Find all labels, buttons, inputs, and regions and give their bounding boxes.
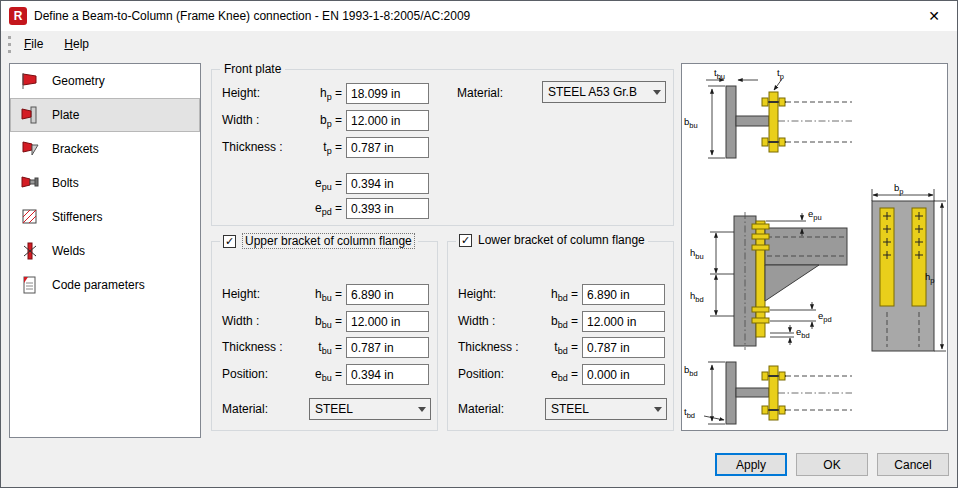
lower-bracket-height-row: Height: hbd = [448,284,673,305]
brackets-icon [20,139,40,159]
sidebar-item-plate[interactable]: Plate [10,98,200,132]
lower-bracket-material-select[interactable]: STEEL [545,398,667,420]
bolts-icon [20,173,40,193]
diagram-label-t-p: tp [777,67,784,81]
diagram-label-h-bd: hbd [690,290,704,304]
field-label: Thickness : [458,340,519,354]
front-plate-epu-row: epu = [212,173,673,194]
field-label: Height: [222,287,260,301]
field-symbol: ebd = [526,367,578,383]
upper-bracket-width-row: Width : bbu = [212,311,437,332]
front-plate-epd-row: epd = [212,198,673,219]
front-plate-group: Front plate Height: hp = Width : bp = Th… [211,69,674,226]
material-value: STEEL [546,402,649,416]
sidebar: Geometry Plate Brackets Bolts Stiffeners… [9,63,201,438]
lower-bracket-height-input[interactable] [582,284,665,305]
front-plate-width-input[interactable] [346,110,429,131]
sidebar-item-stiffeners[interactable]: Stiffeners [10,200,200,234]
lower-bracket-caption: ✓ Lower bracket of column flange [456,233,648,247]
upper-bracket-height-input[interactable] [346,284,429,305]
sidebar-item-code-parameters[interactable]: Code parameters [10,268,200,302]
diagram-label-b-bd: bbd [684,364,698,378]
plate-icon [20,105,40,125]
sidebar-item-label: Stiffeners [52,210,102,224]
lower-bracket-label[interactable]: Lower bracket of column flange [478,233,645,247]
diagram-label-t-bd: tbd [684,406,695,420]
sidebar-item-geometry[interactable]: Geometry [10,64,200,98]
welds-icon [20,241,40,261]
diagram-label-b-p: bp [894,182,903,196]
upper-bracket-width-input[interactable] [346,311,429,332]
sidebar-item-label: Code parameters [52,278,145,292]
diagram-label-e-pd: epd [818,310,832,324]
front-plate-width-row: Width : bp = [212,110,673,131]
lower-bracket-position-input[interactable] [582,364,665,385]
upper-bracket-caption: ✓ Upper bracket of column flange [220,233,418,249]
sidebar-item-label: Plate [52,108,79,122]
material-label: Material: [222,402,268,416]
titlebar: R Define a Beam-to-Column (Frame Knee) c… [1,1,957,31]
front-plate-epd-input[interactable] [346,198,429,219]
lower-bracket-width-input[interactable] [582,311,665,332]
field-symbol: bp = [290,113,342,129]
close-icon: ✕ [928,8,940,24]
menu-grip-icon [8,36,11,53]
ok-button[interactable]: OK [796,453,868,476]
diagram-label-e-pu: epu [808,208,822,222]
connection-diagram: tbu tp bbu [682,64,947,430]
sidebar-item-label: Welds [52,244,85,258]
stiffeners-icon [20,207,40,227]
upper-bracket-label[interactable]: Upper bracket of column flange [242,233,415,249]
menu-help[interactable]: Help [56,35,97,53]
menu-file[interactable]: File [16,35,51,53]
field-symbol: bbu = [290,314,342,330]
sidebar-item-welds[interactable]: Welds [10,234,200,268]
front-plate-thickness-input[interactable] [346,137,429,158]
upper-bracket-position-input[interactable] [346,364,429,385]
lower-bracket-thickness-row: Thickness : tbd = [448,337,673,358]
upper-bracket-material-select[interactable]: STEEL [309,398,431,420]
front-plate-epu-input[interactable] [346,173,429,194]
upper-bracket-thickness-row: Thickness : tbu = [212,337,437,358]
field-symbol: tp = [290,140,342,156]
sidebar-item-label: Brackets [52,142,99,156]
menubar: File Help [1,31,957,57]
field-label: Thickness : [222,340,283,354]
sidebar-item-label: Geometry [52,74,105,88]
front-plate-material-select[interactable]: STEEL A53 Gr.B [542,81,666,103]
apply-button[interactable]: Apply [715,453,787,476]
front-plate-group-label: Front plate [220,62,285,76]
field-label: Position: [458,367,504,381]
lower-bracket-width-row: Width : bbd = [448,311,673,332]
lower-bracket-thickness-input[interactable] [582,337,665,358]
field-symbol: epu = [290,176,342,192]
field-label: Height: [458,287,496,301]
bottom-view: bbd tbd [684,362,852,424]
lower-bracket-position-row: Position: ebd = [448,364,673,385]
dropdown-arrow-icon [648,82,665,102]
field-symbol: hbd = [526,287,578,303]
sidebar-item-label: Bolts [52,176,79,190]
diagram-label-t-bu: tbu [714,67,725,81]
upper-bracket-height-row: Height: hbu = [212,284,437,305]
sidebar-item-brackets[interactable]: Brackets [10,132,200,166]
field-symbol: ebu = [290,367,342,383]
upper-bracket-thickness-input[interactable] [346,337,429,358]
front-view: bp hp [872,182,946,351]
upper-bracket-checkbox[interactable]: ✓ [223,235,236,248]
material-label: Material: [458,402,504,416]
close-button[interactable]: ✕ [911,1,957,31]
field-symbol: hp = [290,86,342,102]
front-plate-height-input[interactable] [346,83,429,104]
sidebar-item-bolts[interactable]: Bolts [10,166,200,200]
field-label: Thickness : [222,140,283,154]
lower-bracket-checkbox[interactable]: ✓ [459,234,472,247]
field-label: Width : [458,314,495,328]
upper-bracket-group: ✓ Upper bracket of column flange Height:… [211,241,438,431]
field-label: Width : [222,113,259,127]
field-symbol: hbu = [290,287,342,303]
cancel-button[interactable]: Cancel [877,453,949,476]
dropdown-arrow-icon [649,399,666,419]
app-icon: R [9,7,27,25]
check-icon: ✓ [225,236,234,247]
